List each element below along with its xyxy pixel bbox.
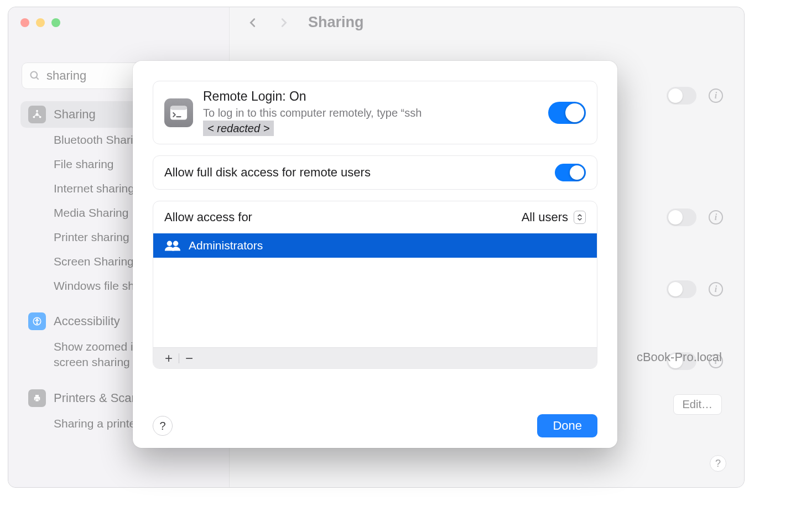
remote-login-row: Remote Login: On To log in to this compu… bbox=[153, 81, 597, 144]
close-window-button[interactable] bbox=[20, 18, 29, 27]
remote-login-description: To log in to this computer remotely, typ… bbox=[203, 105, 538, 136]
remote-login-panel: Remote Login: On To log in to this compu… bbox=[153, 81, 597, 144]
hostname-label: cBook-Pro.local bbox=[637, 350, 722, 364]
bg-row-1: i bbox=[667, 85, 723, 107]
users-icon bbox=[164, 239, 181, 252]
allow-access-label: Allow access for bbox=[164, 210, 252, 225]
allow-access-dropdown[interactable]: All users bbox=[522, 210, 586, 225]
window-controls bbox=[20, 18, 60, 27]
remote-login-title: Remote Login: On bbox=[203, 89, 538, 104]
svg-line-1 bbox=[37, 77, 39, 80]
remote-login-sheet: Remote Login: On To log in to this compu… bbox=[133, 61, 617, 448]
toolbar: Sharing bbox=[246, 14, 364, 31]
desc-prefix: To log in to this computer remotely, typ… bbox=[203, 107, 422, 119]
bg-row-2: i bbox=[667, 206, 723, 228]
svg-rect-10 bbox=[35, 399, 39, 401]
sharing-icon bbox=[28, 106, 46, 123]
dropdown-value: All users bbox=[522, 210, 568, 225]
user-list-footer: + − bbox=[153, 347, 597, 368]
modal-footer: ? Done bbox=[133, 404, 617, 448]
forward-button[interactable] bbox=[277, 16, 290, 29]
accessibility-icon bbox=[28, 312, 46, 330]
help-button[interactable]: ? bbox=[153, 416, 173, 436]
allow-access-header: Allow access for All users bbox=[153, 201, 597, 233]
back-button[interactable] bbox=[246, 16, 259, 29]
printer-icon bbox=[28, 389, 46, 407]
terminal-icon bbox=[164, 98, 193, 127]
user-list: Administrators bbox=[153, 233, 597, 347]
add-user-button[interactable]: + bbox=[160, 351, 178, 366]
svg-rect-9 bbox=[35, 395, 39, 397]
full-disk-access-row: Allow full disk access for remote users bbox=[153, 156, 597, 189]
done-button[interactable]: Done bbox=[537, 414, 597, 437]
help-button[interactable]: ? bbox=[710, 455, 726, 472]
allow-access-panel: Allow access for All users Administrator… bbox=[153, 201, 597, 369]
zoom-window-button[interactable] bbox=[51, 18, 60, 27]
edit-hostname-button[interactable]: Edit… bbox=[673, 394, 722, 415]
svg-rect-12 bbox=[170, 106, 187, 109]
info-icon[interactable]: i bbox=[709, 88, 723, 103]
svg-point-14 bbox=[167, 241, 172, 246]
svg-point-15 bbox=[173, 241, 178, 246]
divider bbox=[179, 353, 179, 363]
svg-point-0 bbox=[31, 72, 38, 79]
toggle[interactable] bbox=[667, 87, 696, 105]
sidebar-item-label: Sharing bbox=[54, 107, 96, 122]
full-disk-access-panel: Allow full disk access for remote users bbox=[153, 155, 597, 190]
remote-login-text: Remote Login: On To log in to this compu… bbox=[203, 89, 538, 136]
page-title: Sharing bbox=[308, 14, 364, 31]
user-name: Administrators bbox=[189, 239, 263, 252]
hostname-area: cBook-Pro.local bbox=[637, 350, 722, 364]
toggle[interactable] bbox=[667, 208, 696, 226]
info-icon[interactable]: i bbox=[709, 210, 723, 225]
bg-row-3: i bbox=[667, 278, 723, 300]
svg-point-2 bbox=[35, 113, 38, 116]
search-icon bbox=[29, 70, 40, 81]
sidebar-item-label: Accessibility bbox=[54, 314, 120, 328]
redacted-ssh-target: < redacted > bbox=[203, 121, 274, 136]
background-service-rows: i i i i bbox=[667, 85, 723, 372]
full-disk-access-toggle[interactable] bbox=[555, 164, 586, 181]
chevron-up-down-icon bbox=[574, 211, 586, 224]
remove-user-button[interactable]: − bbox=[180, 351, 198, 366]
svg-point-5 bbox=[36, 110, 38, 112]
minimize-window-button[interactable] bbox=[36, 18, 45, 27]
toggle[interactable] bbox=[667, 280, 696, 298]
full-disk-access-label: Allow full disk access for remote users bbox=[164, 165, 371, 180]
info-icon[interactable]: i bbox=[709, 282, 723, 296]
user-row-administrators[interactable]: Administrators bbox=[153, 233, 597, 258]
remote-login-toggle[interactable] bbox=[548, 102, 586, 124]
svg-point-7 bbox=[37, 319, 38, 320]
